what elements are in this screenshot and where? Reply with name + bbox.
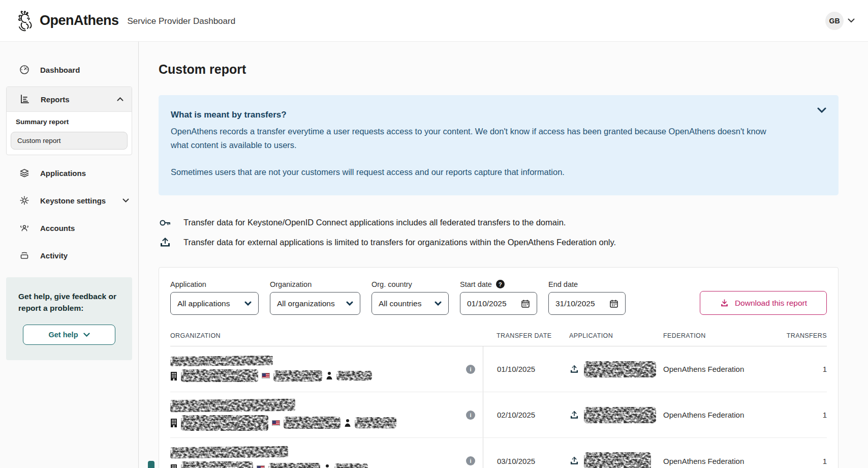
bar-chart-icon	[20, 94, 30, 104]
application-select-value: All applications	[177, 299, 230, 308]
application-cell	[569, 438, 663, 468]
sidebar-item-accounts[interactable]: Accounts	[0, 214, 138, 242]
application-select[interactable]: All applications	[170, 292, 259, 315]
upload-icon	[569, 364, 579, 374]
column-header-transfer-date: TRANSFER DATE	[483, 332, 569, 339]
sidebar: Dashboard Reports Summary report Custom …	[0, 42, 139, 468]
application-filter: Application All applications	[170, 280, 259, 315]
start-date-input[interactable]: 01/10/2025	[460, 292, 537, 315]
column-header-application: APPLICATION	[569, 332, 663, 339]
table-body: i 01/10/2025 OpenAthens Federation 1	[170, 346, 827, 468]
organization-select-value: All organizations	[277, 299, 335, 308]
info-box-paragraph: OpenAthens records a transfer everytime …	[171, 125, 776, 152]
redacted-text	[284, 417, 340, 429]
external-apps-note: Transfer data for external applications …	[159, 236, 839, 249]
organization-select[interactable]: All organizations	[270, 292, 360, 315]
filter-label: End date	[548, 280, 626, 288]
openathens-owl-icon	[15, 10, 35, 32]
table-row[interactable]: i 02/10/2025 OpenAthens Federation 1	[170, 392, 827, 438]
main-content: Custom report What is meant by transfers…	[139, 42, 868, 468]
info-icon[interactable]: i	[466, 411, 475, 420]
sidebar-item-custom-report[interactable]: Custom report	[11, 132, 128, 150]
download-icon	[720, 298, 729, 308]
openathens-logo[interactable]: OpenAthens	[15, 10, 119, 32]
sidebar-item-dashboard[interactable]: Dashboard	[0, 56, 138, 83]
redacted-text	[355, 417, 396, 428]
chevron-down-icon	[435, 301, 442, 306]
sidebar-item-reports[interactable]: Reports	[7, 87, 132, 112]
download-report-button[interactable]: Download this report	[700, 291, 827, 315]
dashboard-gauge-icon	[19, 65, 29, 75]
organization-meta-line	[170, 415, 396, 431]
info-icon[interactable]: i	[466, 456, 475, 465]
info-cell: i	[458, 392, 483, 437]
sidebar-item-activity[interactable]: Activity	[0, 242, 138, 269]
end-date-input[interactable]: 31/10/2025	[548, 292, 626, 315]
application-cell	[569, 346, 663, 392]
chat-widget-peek[interactable]	[148, 461, 154, 468]
building-icon	[170, 464, 177, 468]
transfers-cell: 1	[778, 392, 827, 437]
note-text: Transfer data for Keystone/OpenID Connec…	[183, 218, 566, 227]
chevron-down-icon	[122, 198, 129, 202]
redacted-application-name	[584, 407, 656, 423]
sidebar-item-summary-report[interactable]: Summary report	[7, 112, 132, 131]
info-icon[interactable]: i	[466, 365, 475, 374]
redacted-text	[181, 369, 258, 382]
redacted-application-name	[584, 452, 651, 468]
end-date-value: 31/10/2025	[555, 299, 595, 308]
help-question-icon[interactable]: ?	[496, 280, 505, 288]
brand-wordmark: OpenAthens	[40, 13, 119, 28]
sidebar-item-label: Dashboard	[40, 66, 80, 74]
sidebar-item-label: Activity	[40, 251, 68, 260]
filter-label: Organization	[270, 280, 360, 288]
get-help-label: Get help	[48, 331, 78, 339]
key-icon	[159, 216, 172, 229]
gear-icon	[19, 195, 29, 206]
table-row[interactable]: i 03/10/2025 OpenAthens Federation 1	[170, 438, 827, 468]
transfer-notes: Transfer data for Keystone/OpenID Connec…	[159, 216, 839, 249]
sidebar-item-keystone-settings[interactable]: Keystone settings	[0, 187, 138, 214]
chevron-down-icon	[83, 333, 90, 337]
openathens-dashboard: OpenAthens Service Provider Dashboard GB…	[0, 0, 868, 468]
info-box-collapse-chevron-icon[interactable]	[817, 107, 826, 113]
transfers-cell: 1	[778, 438, 827, 468]
country-flag-icon	[262, 373, 270, 378]
building-icon	[170, 418, 177, 427]
redacted-organization-name	[170, 398, 295, 412]
report-card: Application All applications Organizatio…	[159, 267, 839, 468]
application-cell	[569, 392, 663, 437]
sidebar-reports-group: Reports Summary report Custom report	[6, 86, 132, 155]
column-header-transfers: TRANSFERS	[778, 332, 827, 339]
activity-inbox-icon	[19, 250, 29, 260]
sidebar-item-applications[interactable]: Applications	[0, 159, 138, 187]
transfers-table: ORGANIZATION TRANSFER DATE APPLICATION F…	[170, 332, 827, 468]
column-header-organization: ORGANIZATION	[170, 332, 458, 339]
help-box: Get help, give feedback or report a prob…	[6, 277, 132, 360]
info-box-title: What is meant by transfers?	[171, 110, 808, 120]
org-country-select[interactable]: All countries	[371, 292, 449, 315]
org-country-select-value: All countries	[379, 299, 421, 308]
organization-meta-line	[170, 369, 372, 382]
app-title: Service Provider Dashboard	[128, 15, 236, 26]
redacted-text	[334, 463, 368, 468]
upload-icon	[569, 410, 579, 420]
calendar-icon	[609, 299, 618, 308]
get-help-button[interactable]: Get help	[23, 325, 115, 345]
locale-chevron-down-icon	[848, 18, 855, 23]
note-text: Transfer data for external applications …	[183, 238, 616, 247]
organization-meta-line	[170, 461, 368, 468]
upload-icon	[159, 236, 172, 249]
info-box-paragraph: Sometimes users that are not your custom…	[171, 165, 776, 179]
layers-icon	[19, 168, 29, 178]
locale-selector[interactable]: GB	[825, 12, 855, 30]
organization-filter: Organization All organizations	[270, 280, 360, 315]
sidebar-item-label: Reports	[41, 95, 70, 104]
upload-icon	[569, 456, 579, 466]
table-row[interactable]: i 01/10/2025 OpenAthens Federation 1	[170, 346, 827, 392]
filter-label: Org. country	[371, 280, 449, 288]
locale-badge[interactable]: GB	[825, 12, 844, 30]
country-flag-icon	[272, 420, 280, 426]
organization-cell	[170, 392, 458, 437]
org-country-filter: Org. country All countries	[371, 280, 449, 315]
